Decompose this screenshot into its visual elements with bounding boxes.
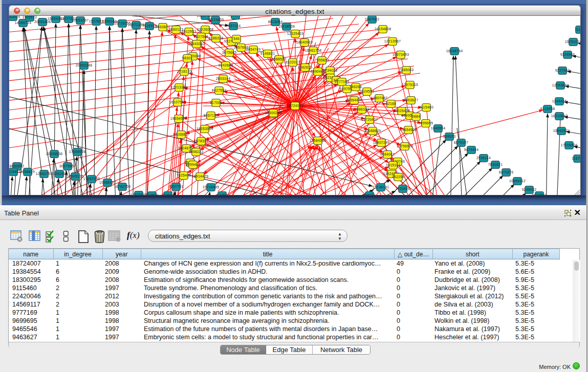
svg-text:11451914: 11451914 [51,172,68,176]
svg-text:9245052: 9245052 [522,188,537,191]
svg-text:15692971: 15692971 [553,129,570,133]
svg-text:9327506: 9327506 [194,35,209,38]
svg-text:8813054: 8813054 [268,20,283,24]
svg-text:15716485: 15716485 [203,185,220,189]
svg-text:8099489: 8099489 [186,163,201,166]
svg-text:12905135: 12905135 [67,174,84,178]
svg-text:14055724: 14055724 [15,21,32,25]
svg-text:1905572: 1905572 [23,16,37,19]
svg-text:8267130: 8267130 [204,114,219,117]
svg-text:845021: 845021 [363,193,376,195]
svg-text:252254: 252254 [392,175,404,179]
svg-text:12093872: 12093872 [552,83,569,87]
svg-text:12213967: 12213967 [384,39,401,43]
svg-text:8427552: 8427552 [212,89,227,92]
svg-text:10653267: 10653267 [72,18,89,22]
svg-text:9884: 9884 [412,115,420,118]
svg-text:13353594: 13353594 [197,127,213,130]
svg-text:19166827: 19166827 [173,133,190,136]
svg-text:16782759: 16782759 [114,185,131,188]
svg-text:9824502: 9824502 [532,193,547,195]
svg-text:9463627: 9463627 [404,98,419,102]
svg-text:19584556: 19584556 [310,139,326,142]
svg-text:7463822: 7463822 [156,25,170,29]
svg-text:18300295: 18300295 [265,111,282,115]
svg-text:12942757: 12942757 [36,172,53,176]
svg-text:938923: 938923 [443,135,455,138]
svg-text:16648764: 16648764 [446,49,463,53]
svg-text:7955812: 7955812 [315,58,330,62]
svg-text:1588520: 1588520 [272,57,287,61]
svg-text:18807249: 18807249 [373,141,390,144]
svg-text:92450: 92450 [217,193,227,195]
svg-text:7485063: 7485063 [399,68,414,72]
svg-text:12975115: 12975115 [402,83,418,86]
svg-text:917006: 917006 [210,101,222,104]
svg-text:12213383: 12213383 [171,85,188,89]
svg-text:1362615: 1362615 [298,65,313,69]
svg-text:8454749: 8454749 [246,48,261,51]
svg-text:1156829: 1156829 [20,170,35,173]
svg-text:9777169: 9777169 [335,80,350,83]
svg-text:9684067: 9684067 [380,152,395,156]
svg-text:8322017: 8322017 [286,60,300,64]
svg-text:3675685: 3675685 [222,51,237,54]
svg-text:17957255: 17957255 [83,177,100,181]
svg-text:116753: 116753 [572,157,581,160]
svg-text:7625402: 7625402 [177,173,191,177]
svg-text:746266: 746266 [350,85,362,89]
svg-text:3624554: 3624554 [360,90,375,93]
svg-text:9146821: 9146821 [260,52,275,55]
svg-text:15136141: 15136141 [373,185,389,189]
svg-text:9227342: 9227342 [555,69,570,72]
svg-text:6734028: 6734028 [323,69,338,72]
svg-text:3915491: 3915491 [9,170,20,173]
svg-text:20053346: 20053346 [76,63,93,67]
svg-text:8878334: 8878334 [194,139,209,143]
svg-text:8471676: 8471676 [499,170,514,174]
svg-text:30975857: 30975857 [59,164,76,168]
svg-text:23226058: 23226058 [197,28,214,31]
svg-text:19756928: 19756928 [397,144,413,148]
svg-text:15751074: 15751074 [565,40,581,43]
svg-text:18640910: 18640910 [296,40,313,44]
svg-text:11124: 11124 [575,28,581,31]
svg-text:16543392: 16543392 [188,42,205,46]
svg-text:2387682: 2387682 [365,17,380,21]
svg-text:9115460: 9115460 [419,105,433,109]
svg-text:6879197: 6879197 [454,141,469,144]
svg-text:7357224: 7357224 [226,24,241,28]
svg-text:546: 546 [233,37,239,40]
svg-text:10973493: 10973493 [393,53,409,56]
svg-text:9474444: 9474444 [464,148,479,151]
svg-text:8215958: 8215958 [540,107,555,111]
svg-text:8850812: 8850812 [10,164,25,168]
svg-text:16914479: 16914479 [192,174,209,178]
svg-text:12325419: 12325419 [287,32,304,35]
svg-text:124504: 124504 [162,193,174,195]
svg-text:1663524: 1663524 [9,16,20,18]
svg-text:9242848: 9242848 [219,63,233,67]
svg-text:98301: 98301 [182,56,192,60]
svg-text:16033809: 16033809 [207,18,224,21]
svg-text:2718170: 2718170 [177,70,192,73]
svg-text:17359928: 17359928 [69,150,86,154]
svg-text:10958107: 10958107 [99,181,116,184]
svg-text:20206536: 20206536 [46,152,63,156]
svg-text:1527602: 1527602 [89,19,104,23]
svg-text:19218506: 19218506 [278,25,295,28]
svg-text:1640954: 1640954 [431,126,446,130]
svg-text:7386322: 7386322 [355,107,369,111]
svg-text:7632621: 7632621 [488,163,503,166]
svg-text:1615112: 1615112 [386,163,400,167]
svg-text:15720407: 15720407 [361,118,378,121]
svg-text:8186328: 8186328 [209,36,224,40]
svg-text:20691406: 20691406 [34,20,51,24]
svg-text:9329966: 9329966 [560,53,575,56]
svg-text:9699695: 9699695 [419,121,433,125]
svg-text:16107553: 16107553 [169,100,186,104]
svg-text:9857791: 9857791 [169,185,184,188]
svg-text:18724007: 18724007 [287,104,303,107]
svg-text:16961758: 16961758 [305,49,322,52]
svg-text:16210643: 16210643 [551,114,568,118]
